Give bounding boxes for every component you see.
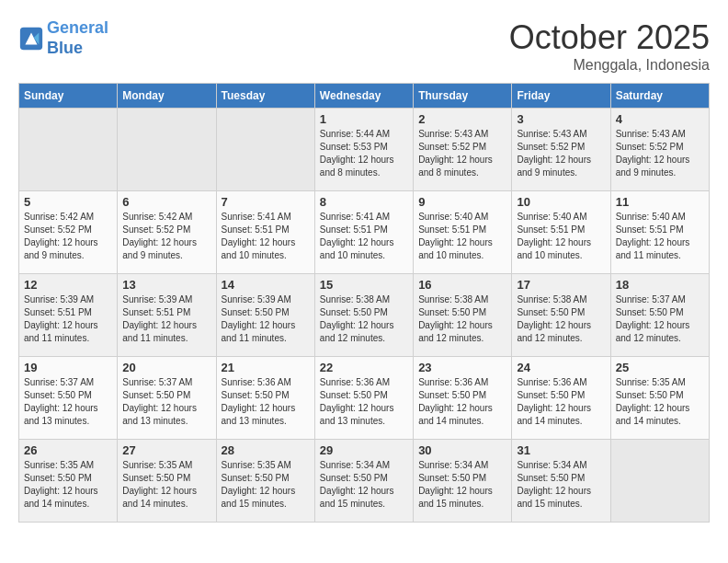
day-info: Sunrise: 5:36 AM Sunset: 5:50 PM Dayligh… [418,376,506,428]
day-info: Sunrise: 5:39 AM Sunset: 5:51 PM Dayligh… [24,293,112,345]
day-number: 2 [418,112,506,126]
day-info: Sunrise: 5:37 AM Sunset: 5:50 PM Dayligh… [24,376,112,428]
table-row: 8Sunrise: 5:41 AM Sunset: 5:51 PM Daylig… [314,191,413,274]
table-row: 28Sunrise: 5:35 AM Sunset: 5:50 PM Dayli… [216,440,314,523]
day-info: Sunrise: 5:38 AM Sunset: 5:50 PM Dayligh… [418,293,506,345]
day-number: 24 [517,361,605,374]
day-number: 7 [222,195,310,209]
table-row: 15Sunrise: 5:38 AM Sunset: 5:50 PM Dayli… [314,274,413,357]
col-wednesday: Wednesday [314,84,413,109]
table-row: 4Sunrise: 5:43 AM Sunset: 5:52 PM Daylig… [610,109,709,191]
table-row: 6Sunrise: 5:42 AM Sunset: 5:52 PM Daylig… [118,191,216,274]
day-number: 1 [320,112,408,126]
day-info: Sunrise: 5:44 AM Sunset: 5:53 PM Dayligh… [320,128,408,179]
table-row: 25Sunrise: 5:35 AM Sunset: 5:50 PM Dayli… [610,357,709,440]
col-tuesday: Tuesday [216,84,314,109]
day-number: 4 [616,112,704,126]
day-info: Sunrise: 5:42 AM Sunset: 5:52 PM Dayligh… [24,211,112,262]
day-info: Sunrise: 5:39 AM Sunset: 5:50 PM Dayligh… [222,293,310,345]
table-row [610,440,709,523]
table-row: 23Sunrise: 5:36 AM Sunset: 5:50 PM Dayli… [414,357,512,440]
day-number: 23 [418,361,506,374]
col-monday: Monday [118,84,216,109]
day-info: Sunrise: 5:43 AM Sunset: 5:52 PM Dayligh… [616,128,704,179]
table-row: 19Sunrise: 5:37 AM Sunset: 5:50 PM Dayli… [19,357,118,440]
day-info: Sunrise: 5:37 AM Sunset: 5:50 PM Dayligh… [616,293,704,345]
day-number: 22 [320,361,408,374]
day-number: 3 [517,112,605,126]
table-row: 13Sunrise: 5:39 AM Sunset: 5:51 PM Dayli… [118,274,216,357]
calendar-row: 1Sunrise: 5:44 AM Sunset: 5:53 PM Daylig… [19,109,710,191]
day-info: Sunrise: 5:40 AM Sunset: 5:51 PM Dayligh… [418,211,506,262]
day-info: Sunrise: 5:40 AM Sunset: 5:51 PM Dayligh… [517,211,605,262]
day-number: 13 [122,278,210,292]
col-friday: Friday [512,84,610,109]
col-thursday: Thursday [414,84,512,109]
day-number: 11 [616,195,704,209]
table-row: 9Sunrise: 5:40 AM Sunset: 5:51 PM Daylig… [414,191,512,274]
table-row: 31Sunrise: 5:34 AM Sunset: 5:50 PM Dayli… [512,440,610,523]
day-number: 26 [24,443,112,457]
day-number: 15 [320,278,408,292]
table-row [19,109,118,191]
header-row: Sunday Monday Tuesday Wednesday Thursday… [19,84,710,109]
day-number: 8 [320,195,408,209]
day-info: Sunrise: 5:36 AM Sunset: 5:50 PM Dayligh… [517,376,605,428]
logo-text: General Blue [47,18,108,58]
day-number: 12 [24,278,112,292]
month-title: October 2025 [509,18,710,57]
table-row: 27Sunrise: 5:35 AM Sunset: 5:50 PM Dayli… [118,440,216,523]
day-info: Sunrise: 5:35 AM Sunset: 5:50 PM Dayligh… [24,459,112,511]
logo: General Blue [18,18,108,58]
logo-line2: Blue [47,39,83,57]
day-number: 16 [418,278,506,292]
day-number: 30 [418,443,506,457]
day-info: Sunrise: 5:39 AM Sunset: 5:51 PM Dayligh… [122,293,210,345]
table-row: 24Sunrise: 5:36 AM Sunset: 5:50 PM Dayli… [512,357,610,440]
day-info: Sunrise: 5:36 AM Sunset: 5:50 PM Dayligh… [222,376,310,428]
calendar-row: 5Sunrise: 5:42 AM Sunset: 5:52 PM Daylig… [19,191,710,274]
table-row: 5Sunrise: 5:42 AM Sunset: 5:52 PM Daylig… [19,191,118,274]
calendar-body: 1Sunrise: 5:44 AM Sunset: 5:53 PM Daylig… [19,109,710,523]
table-row [216,109,314,191]
day-number: 25 [616,361,704,374]
day-info: Sunrise: 5:36 AM Sunset: 5:50 PM Dayligh… [320,376,408,428]
table-row [118,109,216,191]
table-row: 7Sunrise: 5:41 AM Sunset: 5:51 PM Daylig… [216,191,314,274]
table-row: 21Sunrise: 5:36 AM Sunset: 5:50 PM Dayli… [216,357,314,440]
table-row: 3Sunrise: 5:43 AM Sunset: 5:52 PM Daylig… [512,109,610,191]
calendar-row: 19Sunrise: 5:37 AM Sunset: 5:50 PM Dayli… [19,357,710,440]
day-info: Sunrise: 5:43 AM Sunset: 5:52 PM Dayligh… [418,128,506,179]
table-row: 17Sunrise: 5:38 AM Sunset: 5:50 PM Dayli… [512,274,610,357]
day-info: Sunrise: 5:35 AM Sunset: 5:50 PM Dayligh… [222,459,310,511]
table-row: 14Sunrise: 5:39 AM Sunset: 5:50 PM Dayli… [216,274,314,357]
calendar-row: 26Sunrise: 5:35 AM Sunset: 5:50 PM Dayli… [19,440,710,523]
day-number: 17 [517,278,605,292]
logo-icon [18,26,44,52]
calendar-row: 12Sunrise: 5:39 AM Sunset: 5:51 PM Dayli… [19,274,710,357]
day-info: Sunrise: 5:35 AM Sunset: 5:50 PM Dayligh… [122,459,210,511]
table-row: 18Sunrise: 5:37 AM Sunset: 5:50 PM Dayli… [610,274,709,357]
table-row: 16Sunrise: 5:38 AM Sunset: 5:50 PM Dayli… [414,274,512,357]
page-header: General Blue October 2025 Menggala, Indo… [18,18,710,74]
day-info: Sunrise: 5:38 AM Sunset: 5:50 PM Dayligh… [517,293,605,345]
col-sunday: Sunday [19,84,118,109]
col-saturday: Saturday [610,84,709,109]
day-info: Sunrise: 5:43 AM Sunset: 5:52 PM Dayligh… [517,128,605,179]
day-number: 18 [616,278,704,292]
table-row: 22Sunrise: 5:36 AM Sunset: 5:50 PM Dayli… [314,357,413,440]
calendar-header: Sunday Monday Tuesday Wednesday Thursday… [19,84,710,109]
table-row: 2Sunrise: 5:43 AM Sunset: 5:52 PM Daylig… [414,109,512,191]
day-number: 9 [418,195,506,209]
day-info: Sunrise: 5:41 AM Sunset: 5:51 PM Dayligh… [222,211,310,262]
day-number: 10 [517,195,605,209]
day-info: Sunrise: 5:34 AM Sunset: 5:50 PM Dayligh… [517,459,605,511]
day-info: Sunrise: 5:34 AM Sunset: 5:50 PM Dayligh… [320,459,408,511]
day-info: Sunrise: 5:34 AM Sunset: 5:50 PM Dayligh… [418,459,506,511]
day-number: 20 [122,361,210,374]
title-block: October 2025 Menggala, Indonesia [509,18,710,74]
table-row: 20Sunrise: 5:37 AM Sunset: 5:50 PM Dayli… [118,357,216,440]
table-row: 10Sunrise: 5:40 AM Sunset: 5:51 PM Dayli… [512,191,610,274]
day-info: Sunrise: 5:42 AM Sunset: 5:52 PM Dayligh… [122,211,210,262]
day-number: 6 [122,195,210,209]
